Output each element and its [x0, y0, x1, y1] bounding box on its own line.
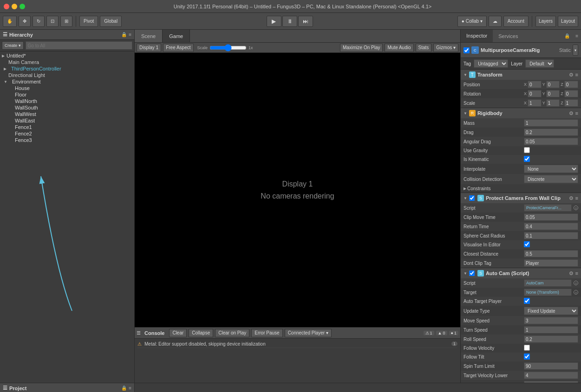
object-enabled-checkbox[interactable] — [463, 47, 470, 53]
rb-settings-icon[interactable]: ⚙ — [569, 110, 574, 116]
target-circle[interactable]: ○ — [574, 290, 578, 295]
gizmos-dropdown[interactable]: Gizmos ▾ — [433, 44, 458, 52]
follow-velocity-checkbox[interactable] — [524, 345, 530, 351]
play-button[interactable]: ▶ — [267, 16, 281, 27]
minimize-dot[interactable] — [12, 4, 17, 9]
transform-header[interactable]: ▼ T Transform ⚙ ≡ — [461, 70, 581, 80]
clip-move-time-input[interactable] — [524, 213, 578, 221]
ac-more-icon[interactable]: ≡ — [575, 270, 578, 276]
hierarchy-item-main-camera[interactable]: Main Camera — [0, 59, 134, 65]
project-menu-button[interactable]: ≡ — [129, 386, 131, 391]
collision-detection-dropdown[interactable]: Discrete — [524, 175, 578, 183]
pause-button[interactable]: ⏸ — [282, 16, 297, 27]
spin-turn-limit-input[interactable] — [524, 362, 578, 370]
console-error-pause-button[interactable]: Error Pause — [251, 329, 282, 337]
console-clear-on-play-button[interactable]: Clear on Play — [215, 329, 249, 337]
sphere-cast-radius-input[interactable] — [524, 232, 578, 239]
pc-script-circle[interactable]: ○ — [574, 206, 578, 210]
update-type-dropdown[interactable]: Fixed Update — [524, 307, 578, 315]
auto-cam-header[interactable]: ▼ S Auto Cam (Script) ⚙ ≡ — [461, 268, 581, 278]
pivot-button[interactable]: Pivot — [79, 16, 98, 27]
interpolate-dropdown[interactable]: None — [524, 165, 578, 173]
hierarchy-item-wall-south[interactable]: WallSouth — [0, 104, 134, 111]
scale-tool-button[interactable]: ⊡ — [46, 16, 59, 27]
tab-inspector[interactable]: Inspector — [461, 30, 493, 42]
layout-dropdown[interactable]: Layout — [558, 16, 578, 27]
close-dot[interactable] — [4, 4, 9, 9]
use-gravity-checkbox[interactable] — [524, 147, 530, 153]
hierarchy-item-untitled[interactable]: ▶ Untitled* — [0, 52, 134, 59]
hierarchy-item-house[interactable]: House — [0, 85, 134, 91]
step-button[interactable]: ⏭ — [298, 16, 313, 27]
position-x-input[interactable] — [528, 81, 542, 88]
hierarchy-item-environment[interactable]: ▼ Environment — [0, 78, 134, 85]
hierarchy-item-floor[interactable]: Floor — [0, 91, 134, 98]
hierarchy-item-wall-west[interactable]: WallWest — [0, 111, 134, 117]
is-kinematic-checkbox[interactable] — [524, 156, 530, 162]
ac-settings-icon[interactable]: ⚙ — [569, 270, 574, 276]
mute-audio-button[interactable]: Mute Audio — [385, 44, 413, 52]
hierarchy-item-third-person[interactable]: ▶ ThirdPersonController — [0, 65, 134, 72]
inspector-lock-button[interactable]: 🔒 — [561, 30, 573, 42]
move-speed-input[interactable] — [524, 317, 578, 324]
rotation-z-input[interactable] — [564, 90, 578, 97]
layer-dropdown[interactable]: Default — [525, 59, 554, 68]
tab-services[interactable]: Services — [493, 30, 523, 42]
hierarchy-search-input[interactable] — [26, 41, 132, 50]
protect-camera-enabled[interactable] — [469, 195, 475, 201]
hierarchy-item-fence1[interactable]: Fence1 — [0, 124, 134, 130]
stats-button[interactable]: Stats — [416, 44, 432, 52]
position-z-input[interactable] — [564, 81, 578, 88]
auto-cam-enabled[interactable] — [469, 270, 475, 276]
dont-clip-tag-input[interactable] — [524, 259, 578, 267]
pc-more-icon[interactable]: ≡ — [575, 195, 578, 201]
hierarchy-item-fence3[interactable]: Fence3 — [0, 137, 134, 143]
hierarchy-item-fence2[interactable]: Fence2 — [0, 130, 134, 137]
display-dropdown[interactable]: Display 1 — [137, 44, 161, 52]
turn-speed-input[interactable] — [524, 326, 578, 334]
hierarchy-item-dir-light[interactable]: Directional Light — [0, 72, 134, 78]
tab-scene[interactable]: Scene — [135, 30, 163, 42]
rb-more-icon[interactable]: ≡ — [575, 110, 578, 116]
visualise-editor-checkbox[interactable] — [524, 241, 530, 247]
collab-button[interactable]: ● Collab ▾ — [457, 16, 487, 27]
maximize-dot[interactable] — [20, 4, 25, 9]
hierarchy-item-wall-east[interactable]: WallEast — [0, 117, 134, 124]
rigidbody-header[interactable]: ▼ R Rigidbody ⚙ ≡ — [461, 108, 581, 118]
rotation-y-input[interactable] — [546, 90, 560, 97]
position-y-input[interactable] — [546, 81, 560, 88]
smooth-turn-time-input[interactable] — [524, 381, 578, 383]
transform-more-icon[interactable]: ≡ — [575, 72, 578, 77]
drag-input[interactable] — [524, 129, 578, 136]
inspector-menu-button[interactable]: ≡ — [573, 30, 581, 42]
scale-slider[interactable] — [209, 45, 247, 50]
ac-script-circle[interactable]: ○ — [574, 281, 578, 285]
move-tool-button[interactable]: ✥ — [19, 16, 31, 27]
scale-x-input[interactable] — [528, 99, 542, 107]
scale-y-input[interactable] — [546, 99, 560, 107]
layers-dropdown[interactable]: Layers — [535, 16, 556, 27]
pc-settings-icon[interactable]: ⚙ — [569, 195, 574, 201]
scale-z-input[interactable] — [564, 99, 578, 107]
static-dropdown[interactable]: ▾ — [573, 45, 578, 56]
project-lock-button[interactable]: 🔒 — [121, 386, 127, 391]
closest-distance-input[interactable] — [524, 250, 578, 257]
rotation-x-input[interactable] — [528, 90, 542, 97]
roll-speed-input[interactable] — [524, 335, 578, 343]
return-time-input[interactable] — [524, 223, 578, 230]
console-connected-player-button[interactable]: Connected Player ▾ — [285, 329, 332, 337]
target-velocity-lower-input[interactable] — [524, 372, 578, 379]
cloud-button[interactable]: ☁ — [489, 16, 502, 27]
hierarchy-menu-button[interactable]: ≡ — [129, 32, 131, 37]
hierarchy-lock-button[interactable]: 🔒 — [121, 32, 127, 37]
transform-settings-icon[interactable]: ⚙ — [569, 72, 574, 78]
tab-game[interactable]: Game — [163, 30, 190, 42]
follow-tilt-checkbox[interactable] — [524, 353, 530, 360]
constraints-row[interactable]: ▶ Constraints — [461, 184, 581, 193]
hand-tool-button[interactable]: ✋ — [3, 16, 17, 27]
console-collapse-button[interactable]: Collapse — [189, 329, 213, 337]
protect-camera-header[interactable]: ▼ S Protect Camera From Wall Clip ⚙ ≡ — [461, 193, 581, 203]
tag-dropdown[interactable]: Untagged — [474, 59, 508, 68]
aspect-dropdown[interactable]: Free Aspect — [163, 44, 193, 52]
rotate-tool-button[interactable]: ↻ — [33, 16, 45, 27]
